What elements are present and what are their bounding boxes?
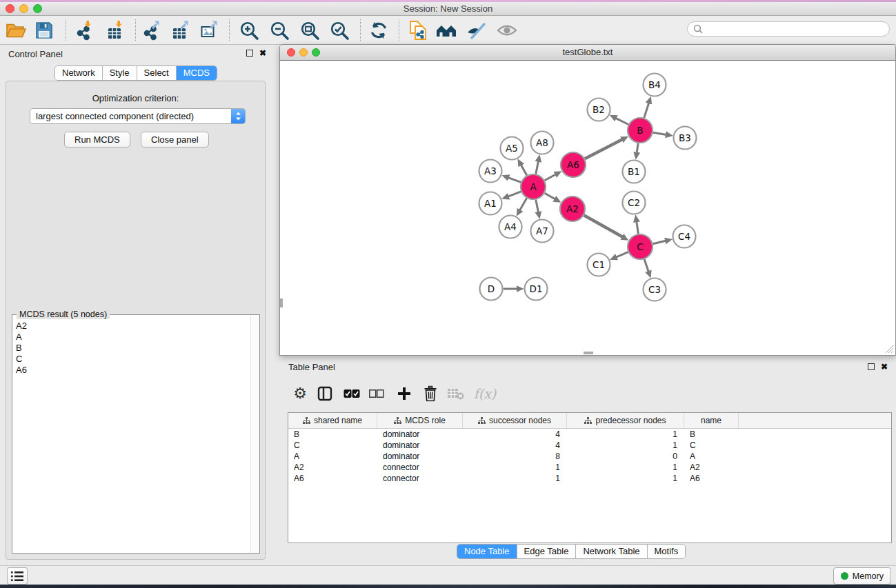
table-cell[interactable]: C	[288, 440, 377, 450]
mcds-result-item[interactable]: A	[16, 332, 250, 343]
table-row[interactable]: Cdominator41C	[288, 440, 891, 451]
tab-motifs[interactable]: Motifs	[648, 545, 686, 558]
duplicate-network-button[interactable]	[409, 20, 427, 41]
table-cell[interactable]: connector	[377, 463, 463, 472]
tab-edge-table[interactable]: Edge Table	[517, 545, 577, 558]
graph-edge-C-C1[interactable]	[616, 252, 628, 258]
graph-edge-B-B2[interactable]	[616, 118, 628, 124]
graph-node-A[interactable]: A	[521, 174, 546, 199]
column-header-name[interactable]: name	[684, 413, 739, 428]
table-cell[interactable]: A	[684, 452, 739, 461]
import-table-button[interactable]	[106, 20, 123, 41]
graph-node-A8[interactable]: A8	[531, 132, 554, 154]
search-box[interactable]	[687, 21, 890, 37]
export-network-button[interactable]	[142, 20, 161, 41]
run-mcds-button[interactable]: Run MCDS	[64, 132, 130, 148]
table-cell[interactable]: 0	[567, 452, 684, 461]
zoom-selected-button[interactable]	[330, 20, 350, 40]
graph-edge-B-B4[interactable]	[644, 103, 649, 118]
graph-node-B1[interactable]: B1	[623, 161, 646, 183]
graph-node-A7[interactable]: A7	[531, 220, 554, 243]
table-cell[interactable]: A6	[288, 474, 377, 483]
table-cell[interactable]: B	[684, 429, 739, 439]
mcds-result-item[interactable]: C	[16, 354, 250, 365]
close-panel-button[interactable]: Close panel	[141, 132, 209, 148]
table-cell[interactable]: 4	[463, 429, 567, 439]
network-canvas[interactable]: B4B2BB3B1A5A8A3A6AA1A4A7A2C2CC4C1C3DD1	[280, 60, 895, 355]
hide-selected-button[interactable]	[466, 21, 486, 39]
graph-node-A4[interactable]: A4	[499, 216, 522, 239]
table-row[interactable]: Bdominator41B	[288, 429, 891, 440]
graph-node-B3[interactable]: B3	[674, 127, 697, 150]
graph-edge-A2-C[interactable]	[584, 215, 623, 237]
graph-node-C4[interactable]: C4	[673, 225, 696, 248]
table-cell[interactable]: 4	[463, 440, 567, 450]
settings-gear-button[interactable]: ⚙	[293, 386, 307, 401]
export-image-button[interactable]	[200, 20, 219, 41]
show-home-button[interactable]	[436, 21, 457, 39]
graph-node-A3[interactable]: A3	[479, 160, 502, 183]
graph-edge-A6-B[interactable]	[585, 139, 622, 159]
table-cell[interactable]: C	[684, 440, 739, 450]
graph-node-A2[interactable]: A2	[560, 196, 585, 221]
graph-edge-B-B1[interactable]	[637, 143, 638, 153]
graph-node-A1[interactable]: A1	[479, 192, 502, 215]
add-column-button[interactable]	[397, 387, 411, 401]
float-table-panel-icon[interactable]	[868, 363, 875, 370]
mcds-result-item[interactable]: A2	[16, 321, 250, 332]
table-cell[interactable]: 8	[463, 452, 567, 461]
graph-node-C2[interactable]: C2	[623, 192, 646, 214]
result-list-scrollbar[interactable]	[250, 315, 259, 553]
window-resize-grip[interactable]	[885, 345, 894, 354]
table-row[interactable]: Adominator80A	[288, 451, 891, 462]
tab-node-table[interactable]: Node Table	[457, 545, 517, 558]
import-network-button[interactable]	[75, 20, 92, 41]
graph-node-A5[interactable]: A5	[501, 137, 524, 160]
table-cell[interactable]: 1	[463, 474, 567, 483]
graph-edge-A-A1[interactable]	[508, 192, 521, 196]
table-cell[interactable]: A2	[684, 463, 739, 472]
graph-edge-A-A7[interactable]	[536, 200, 539, 213]
float-panel-icon[interactable]	[246, 50, 253, 57]
export-table-button[interactable]	[171, 20, 190, 41]
column-browser-button[interactable]	[317, 386, 332, 401]
save-session-button[interactable]	[35, 21, 54, 39]
table-cell[interactable]: 1	[567, 463, 684, 472]
graph-node-B4[interactable]: B4	[644, 74, 666, 97]
graph-edge-A-A2[interactable]	[545, 193, 555, 199]
mcds-result-item[interactable]: A6	[16, 365, 250, 376]
graph-edge-C-C3[interactable]	[644, 259, 648, 272]
graph-node-B[interactable]: B	[628, 118, 653, 143]
graph-edge-C-C2[interactable]	[637, 221, 639, 234]
search-input[interactable]	[706, 23, 889, 34]
graph-node-A6[interactable]: A6	[561, 152, 586, 177]
select-all-rows-button[interactable]	[344, 389, 360, 398]
deselect-all-rows-button[interactable]	[369, 389, 384, 398]
optimization-criterion-select[interactable]: largest connected component (directed)	[30, 108, 246, 124]
column-header-predecessor-nodes[interactable]: predecessor nodes	[567, 413, 684, 428]
table-row[interactable]: A6connector11A6	[288, 473, 891, 484]
table-cell[interactable]: A	[288, 452, 377, 461]
graph-edge-C-C4[interactable]	[653, 241, 666, 243]
delete-column-button[interactable]	[424, 386, 437, 402]
graph-node-D1[interactable]: D1	[525, 278, 548, 301]
graph-node-B2[interactable]: B2	[588, 99, 610, 121]
graph-node-C1[interactable]: C1	[588, 254, 610, 276]
table-cell[interactable]: 1	[567, 429, 684, 439]
table-cell[interactable]: 1	[567, 440, 684, 450]
table-cell[interactable]: dominator	[377, 429, 463, 439]
open-file-button[interactable]	[6, 21, 26, 39]
column-header-shared-name[interactable]: shared name	[288, 413, 377, 428]
graph-edge-A-A5[interactable]	[521, 165, 527, 175]
table-cell[interactable]: B	[288, 429, 377, 439]
tab-network[interactable]: Network	[55, 66, 103, 80]
graph-edge-A-A8[interactable]	[536, 161, 539, 174]
table-cell[interactable]: dominator	[377, 452, 463, 461]
apply-layout-button[interactable]	[369, 21, 388, 40]
graph-node-C3[interactable]: C3	[644, 278, 666, 301]
memory-button[interactable]: Memory	[833, 567, 891, 585]
column-header-MCDS-role[interactable]: MCDS role	[377, 413, 463, 428]
graph-edge-A-A4[interactable]	[520, 199, 527, 211]
close-panel-icon[interactable]: ✖	[259, 50, 266, 57]
tab-style[interactable]: Style	[103, 66, 137, 80]
